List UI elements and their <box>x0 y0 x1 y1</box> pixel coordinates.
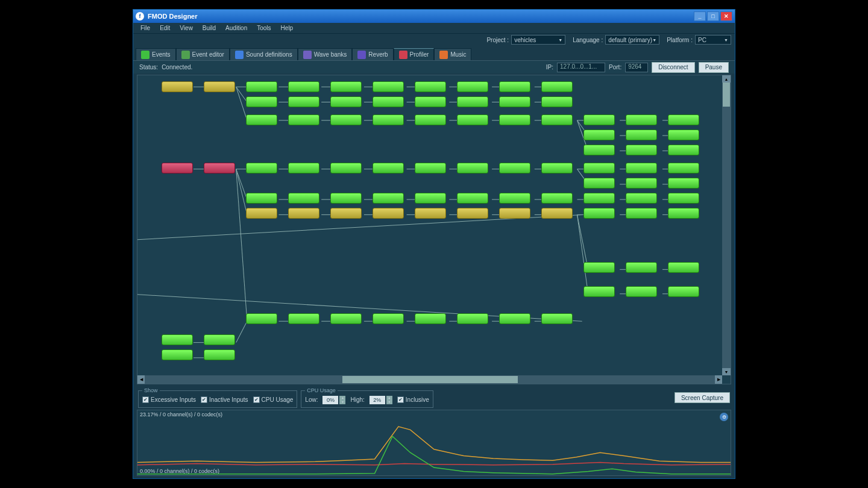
scroll-right-icon[interactable]: ▶ <box>715 375 722 384</box>
cpu-low-spinner[interactable]: 0%▲▼ <box>322 396 345 404</box>
language-dropdown[interactable]: default (primary)▼ <box>605 35 659 45</box>
graph-node[interactable] <box>373 163 404 174</box>
graph-node[interactable] <box>668 130 699 140</box>
graph-node[interactable] <box>499 81 530 92</box>
graph-node[interactable] <box>415 208 446 219</box>
tab-profiler[interactable]: Profiler <box>394 48 435 60</box>
graph-node[interactable] <box>204 81 235 92</box>
graph-node[interactable] <box>626 193 657 204</box>
platform-dropdown[interactable]: PC▼ <box>695 35 731 45</box>
graph-node[interactable] <box>415 96 446 107</box>
graph-node[interactable] <box>330 163 362 174</box>
menu-help[interactable]: Help <box>276 23 298 33</box>
graph-node[interactable] <box>330 193 362 204</box>
graph-node[interactable] <box>415 193 446 204</box>
graph-node[interactable] <box>288 114 319 125</box>
graph-node[interactable] <box>583 193 615 204</box>
graph-node[interactable] <box>373 114 404 125</box>
graph-node[interactable] <box>415 163 446 174</box>
graph-node[interactable] <box>330 313 362 324</box>
graph-node[interactable] <box>626 208 657 219</box>
graph-node[interactable] <box>668 193 699 204</box>
graph-node[interactable] <box>541 96 573 107</box>
graph-node[interactable] <box>626 286 657 297</box>
minimize-button[interactable]: _ <box>694 11 706 21</box>
port-field[interactable]: 9264 <box>625 63 648 72</box>
scroll-down-icon[interactable]: ▼ <box>722 368 731 375</box>
graph-node[interactable] <box>626 114 657 125</box>
graph-node[interactable] <box>330 81 362 92</box>
cpu-high-spinner[interactable]: 2%▲▼ <box>370 396 392 404</box>
excessive-inputs-checkbox[interactable]: ✔Excessive Inputs <box>142 396 196 403</box>
graph-node[interactable] <box>162 81 193 92</box>
graph-node[interactable] <box>162 334 193 345</box>
graph-node[interactable] <box>457 96 488 107</box>
graph-node[interactable] <box>541 313 573 324</box>
titlebar[interactable]: f FMOD Designer _ □ ✕ <box>133 10 735 23</box>
graph-node[interactable] <box>626 262 657 273</box>
graph-node[interactable] <box>541 114 573 125</box>
tab-sound-definitions[interactable]: Sound definitions <box>230 48 298 60</box>
graph-node[interactable] <box>499 193 530 204</box>
performance-graph[interactable]: 23.17% / 0 channel(s) / 0 codec(s) 0.00%… <box>137 410 731 476</box>
graph-node[interactable] <box>541 208 573 219</box>
graph-node[interactable] <box>330 208 362 219</box>
graph-node[interactable] <box>668 286 699 297</box>
graph-node[interactable] <box>457 313 488 324</box>
menu-audition[interactable]: Audition <box>221 23 252 33</box>
tab-reverb[interactable]: Reverb <box>352 48 393 60</box>
graph-node[interactable] <box>288 81 319 92</box>
inclusive-checkbox[interactable]: ✔Inclusive <box>397 396 429 403</box>
graph-node[interactable] <box>583 163 615 174</box>
graph-node[interactable] <box>246 163 277 174</box>
graph-node[interactable] <box>246 208 277 219</box>
graph-node[interactable] <box>668 114 699 125</box>
graph-node[interactable] <box>415 313 446 324</box>
cpu-usage-checkbox[interactable]: ✔CPU Usage <box>253 396 294 403</box>
graph-node[interactable] <box>668 178 699 189</box>
graph-node[interactable] <box>204 334 235 345</box>
graph-node[interactable] <box>204 163 235 174</box>
graph-node[interactable] <box>373 208 404 219</box>
maximize-button[interactable]: □ <box>707 11 719 21</box>
graph-node[interactable] <box>204 349 235 360</box>
tab-event-editor[interactable]: Event editor <box>176 48 230 60</box>
horizontal-scrollbar[interactable]: ◀ ▶ <box>137 375 722 384</box>
graph-node[interactable] <box>373 313 404 324</box>
graph-node[interactable] <box>288 163 319 174</box>
graph-node[interactable] <box>583 178 615 189</box>
graph-node[interactable] <box>583 130 615 140</box>
menu-edit[interactable]: Edit <box>155 23 175 33</box>
graph-node[interactable] <box>373 81 404 92</box>
graph-node[interactable] <box>541 81 573 92</box>
graph-node[interactable] <box>246 96 277 107</box>
graph-node[interactable] <box>457 193 488 204</box>
graph-node[interactable] <box>246 313 277 324</box>
disconnect-button[interactable]: Disconnect <box>652 62 694 73</box>
graph-node[interactable] <box>415 81 446 92</box>
graph-node[interactable] <box>415 114 446 125</box>
ip-field[interactable]: 127.0...0...1... <box>557 63 605 72</box>
graph-node[interactable] <box>330 114 362 125</box>
graph-node[interactable] <box>541 163 573 174</box>
graph-node[interactable] <box>583 208 615 219</box>
graph-node[interactable] <box>583 114 615 125</box>
menu-file[interactable]: File <box>136 23 155 33</box>
tab-music[interactable]: Music <box>434 48 471 60</box>
graph-node[interactable] <box>246 81 277 92</box>
menu-tools[interactable]: Tools <box>252 23 275 33</box>
tab-wave-banks[interactable]: Wave banks <box>298 48 353 60</box>
graph-node[interactable] <box>246 114 277 125</box>
graph-node[interactable] <box>330 96 362 107</box>
graph-node[interactable] <box>373 193 404 204</box>
graph-node[interactable] <box>373 96 404 107</box>
graph-node[interactable] <box>583 262 615 273</box>
graph-node[interactable] <box>246 193 277 204</box>
project-dropdown[interactable]: vehicles▼ <box>511 35 565 45</box>
graph-node[interactable] <box>288 208 319 219</box>
graph-node[interactable] <box>288 193 319 204</box>
graph-node[interactable] <box>499 96 530 107</box>
scroll-up-icon[interactable]: ▲ <box>722 75 731 83</box>
graph-node[interactable] <box>499 114 530 125</box>
graph-node[interactable] <box>541 193 573 204</box>
